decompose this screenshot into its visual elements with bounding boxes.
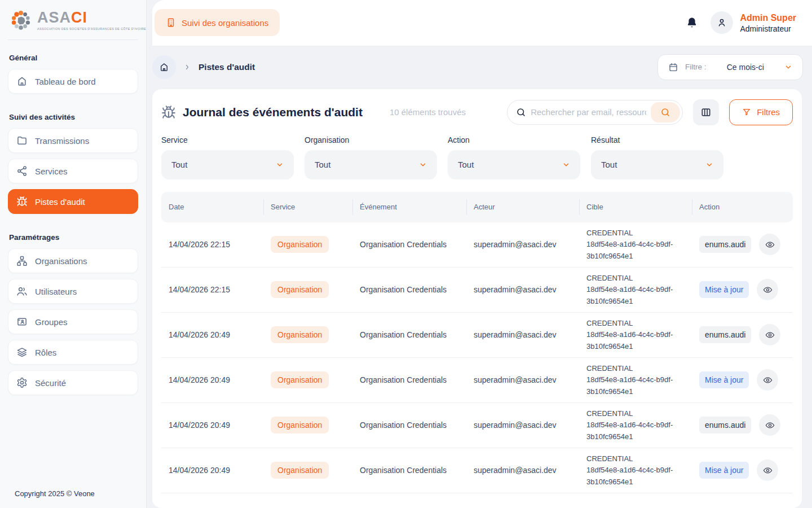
card-header: Journal des événements d'audit 10 élémen… (161, 99, 793, 125)
service-badge: Organisation (271, 462, 329, 479)
cell-actor: superadmin@asaci.dev (466, 285, 579, 294)
bug-icon (16, 196, 28, 207)
view-details-button[interactable] (757, 279, 778, 300)
filter-group-resultat: Résultat Tout (591, 135, 723, 179)
view-details-button[interactable] (759, 324, 780, 345)
section-parametrages: Paramétrages (9, 233, 137, 242)
eye-icon (762, 465, 773, 476)
resultat-filter-select[interactable]: Tout (591, 150, 723, 179)
view-details-button[interactable] (759, 414, 780, 436)
view-details-button[interactable] (759, 234, 780, 255)
cell-target: CREDENTIAL18df54e8-a1d6-4c4c-b9df-3b10fc… (579, 453, 684, 487)
cell-action: Mise à jour (692, 279, 793, 300)
chevron-down-icon (705, 161, 713, 169)
view-details-button[interactable] (757, 459, 778, 481)
filter-value: Tout (601, 160, 617, 169)
sidebar-item-utilisateurs[interactable]: Utilisateurs (8, 279, 138, 304)
main-area: Suivi des organisations Admin Super Admi… (147, 0, 812, 508)
app-root: ASACI ASSOCIATION DES SOCIETES D'ASSURAN… (0, 0, 812, 508)
column-header-acteur: Acteur (466, 192, 579, 222)
service-badge: Organisation (271, 326, 329, 343)
chevron-down-icon (419, 161, 427, 169)
search-input[interactable] (526, 107, 651, 117)
filter-label: Service (161, 135, 294, 144)
cell-action: enums.audi (692, 234, 793, 255)
search-submit-button[interactable] (651, 102, 680, 122)
users-icon (16, 286, 28, 297)
cell-action: enums.audi (692, 414, 793, 436)
page-title: Journal des événements d'audit (183, 106, 363, 119)
sidebar-item-label: Utilisateurs (35, 287, 77, 296)
sidebar-item-pistes-audit[interactable]: Pistes d'audit (8, 189, 138, 214)
cell-event: Organisation Credentials (352, 330, 466, 339)
sidebar-item-organisations[interactable]: Organisations (8, 248, 138, 273)
table-row: 14/04/2026 22:15 Organisation Organisati… (161, 222, 793, 268)
search-bar (507, 100, 683, 125)
user-role: Administrateur (740, 24, 796, 33)
filters-row: Service Tout Organisation Tout Action (161, 135, 793, 179)
audit-table: Date Service Événement Acteur Cible Acti… (161, 192, 793, 493)
user-menu[interactable]: Admin Super Administrateur (710, 11, 796, 34)
logo-row: ASACI ASSOCIATION DES SOCIETES D'ASSURAN… (8, 6, 138, 40)
action-badge: enums.audi (699, 326, 751, 343)
cell-target: CREDENTIAL18df54e8-a1d6-4c4c-b9df-3b10fc… (579, 363, 684, 397)
cell-date: 14/04/2026 20:49 (161, 330, 263, 339)
search-icon (660, 107, 670, 117)
action-filter-select[interactable]: Tout (448, 150, 580, 179)
cell-target: CREDENTIAL18df54e8-a1d6-4c4c-b9df-3b10fc… (579, 318, 684, 352)
action-badge: enums.audi (699, 236, 751, 253)
card-title-group: Journal des événements d'audit (161, 105, 363, 120)
breadcrumb-home-button[interactable] (152, 55, 176, 79)
columns-toggle-button[interactable] (693, 99, 719, 125)
notifications-button[interactable] (686, 16, 698, 29)
action-badge: enums.audi (699, 417, 751, 433)
table-row: 14/04/2026 20:49 Organisation Organisati… (161, 448, 793, 493)
cell-event: Organisation Credentials (352, 375, 466, 384)
home-icon (16, 76, 28, 87)
filters-button[interactable]: Filtres (729, 99, 793, 125)
sidebar-item-groupes[interactable]: Groupes (8, 309, 138, 334)
filter-value: Tout (315, 160, 330, 169)
copyright: Copyright 2025 © Veone (8, 480, 138, 508)
view-details-button[interactable] (757, 369, 778, 391)
eye-icon (762, 284, 773, 295)
organisation-filter-select[interactable]: Tout (304, 150, 437, 179)
bug-icon (161, 105, 176, 120)
avatar (710, 11, 733, 34)
context-badge-suivi-organisations[interactable]: Suivi des organisations (155, 9, 280, 36)
cell-target: CREDENTIAL18df54e8-a1d6-4c4c-b9df-3b10fc… (579, 227, 684, 261)
chevron-right-icon (184, 64, 191, 71)
search-icon (516, 107, 526, 117)
sidebar-item-roles[interactable]: Rôles (8, 340, 138, 365)
user-name: Admin Super (740, 12, 796, 24)
cell-action: Mise à jour (692, 459, 793, 481)
home-icon (159, 62, 169, 72)
filter-group-organisation: Organisation Tout (304, 135, 437, 179)
sidebar-item-tableau-de-bord[interactable]: Tableau de bord (8, 69, 138, 94)
cell-date: 14/04/2026 20:49 (161, 466, 263, 475)
sidebar-item-services[interactable]: Services (8, 159, 138, 183)
sidebar: ASACI ASSOCIATION DES SOCIETES D'ASSURAN… (0, 0, 147, 508)
table-row: 14/04/2026 22:15 Organisation Organisati… (161, 268, 793, 313)
service-filter-select[interactable]: Tout (161, 150, 294, 179)
cell-action: Mise à jour (692, 369, 793, 391)
service-badge: Organisation (271, 371, 329, 388)
period-filter-dropdown[interactable]: Filtre : Ce mois-ci (657, 54, 803, 80)
bell-icon (686, 16, 698, 29)
calendar-icon (668, 62, 678, 72)
logo-wordmark: ASACI (37, 10, 146, 25)
sidebar-item-securite[interactable]: Sécurité (8, 370, 138, 395)
funnel-icon (742, 108, 751, 117)
sidebar-item-transmissions[interactable]: Transmissions (8, 128, 138, 153)
breadcrumb-page-label: Pistes d'audit (198, 62, 255, 72)
cell-event: Organisation Credentials (352, 466, 466, 475)
topbar: Suivi des organisations Admin Super Admi… (152, 0, 812, 46)
cell-action: enums.audi (692, 324, 793, 345)
table-header: Date Service Événement Acteur Cible Acti… (161, 192, 793, 222)
filter-label: Résultat (591, 135, 723, 144)
service-badge: Organisation (271, 236, 329, 253)
filter-label: Action (448, 135, 580, 144)
logo-tagline: ASSOCIATION DES SOCIETES D'ASSURANCES DE… (37, 27, 146, 30)
chevron-down-icon (562, 161, 570, 169)
period-filter-value: Ce mois-ci (713, 63, 778, 72)
